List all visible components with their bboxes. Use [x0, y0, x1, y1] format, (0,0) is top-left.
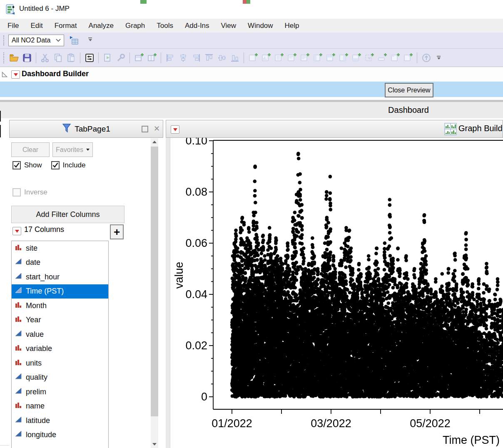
favorites-label: Favorites	[56, 146, 83, 154]
align-center-icon[interactable]	[177, 52, 189, 63]
column-item-month[interactable]: Month	[12, 299, 108, 313]
clear-button[interactable]: Clear	[11, 142, 50, 157]
filter-panel-header[interactable]: TabPage1	[9, 120, 163, 138]
toolbar-overflow-button[interactable]	[88, 37, 92, 41]
checkbox-include[interactable]	[51, 161, 60, 169]
menu-item-graph[interactable]: Graph	[120, 19, 151, 32]
nominal-column-icon	[15, 358, 22, 368]
column-label: units	[26, 359, 42, 368]
new-layout-icon[interactable]	[146, 52, 157, 63]
add-tab-page-icon[interactable]	[389, 52, 401, 63]
screen-edge-artifact	[247, 0, 250, 4]
data-table-combobox[interactable]: All NO2 Data	[8, 35, 64, 46]
menu-item-file[interactable]: File	[2, 19, 25, 32]
menu-item-analyze[interactable]: Analyze	[83, 19, 120, 32]
column-item-site[interactable]: site	[12, 241, 108, 256]
add-report-icon[interactable]	[286, 52, 297, 63]
column-item-longitude[interactable]: longitude	[12, 428, 108, 443]
checkbox-label: Show	[24, 161, 42, 169]
graph-builder-menu-button[interactable]	[171, 125, 179, 134]
toolbar-grip[interactable]	[3, 35, 6, 45]
save-icon[interactable]	[21, 52, 32, 63]
filter-panel-scrollbar[interactable]	[151, 138, 158, 448]
graph-panel-header[interactable]: Graph Builder	[166, 120, 503, 138]
scrollbar-thumb[interactable]	[151, 147, 158, 416]
checkbox-label: Inverse	[24, 188, 47, 197]
column-item-start-hour[interactable]: start_hour	[12, 270, 108, 284]
add-page-icon[interactable]	[402, 52, 413, 63]
columns-listbox[interactable]: sitedatestart_hourTime (PST)MonthYearval…	[11, 241, 109, 448]
outline-collapse-icon[interactable]	[1, 71, 8, 80]
add-box-icon[interactable]	[247, 52, 259, 63]
graph-builder-panel: Graph Builder	[166, 120, 503, 448]
menu-item-format[interactable]: Format	[49, 19, 83, 32]
column-item-date[interactable]: date	[12, 256, 108, 270]
add-graph-icon[interactable]	[260, 52, 271, 63]
scatter-plot-canvas[interactable]	[170, 138, 503, 448]
add-tree-icon[interactable]	[273, 52, 284, 63]
add-column-button[interactable]: +	[110, 224, 124, 239]
checkbox-inverse[interactable]	[12, 188, 21, 197]
checkbox-show[interactable]	[12, 161, 21, 169]
dashboard-title: Dashboard	[388, 105, 429, 115]
add-spacer-icon[interactable]	[376, 52, 388, 63]
dashboard-builder-menu-button[interactable]	[11, 70, 20, 79]
column-item-variable[interactable]: variable	[12, 342, 108, 356]
title-bar: Untitled 6 - JMP	[0, 0, 503, 19]
column-item-units[interactable]: units	[12, 356, 108, 371]
outline-tree-line	[0, 125, 1, 137]
toolbar-overflow-button[interactable]	[437, 56, 441, 60]
close-preview-button[interactable]: Close Preview	[385, 83, 433, 97]
scroll-down-icon[interactable]	[151, 441, 158, 448]
dashboard-title-bar: Dashboard	[0, 100, 503, 118]
run-script-icon[interactable]	[102, 52, 113, 63]
menu-item-addins[interactable]: Add-Ins	[179, 19, 215, 32]
menu-item-edit[interactable]: Edit	[25, 19, 48, 32]
column-label: Month	[26, 301, 47, 310]
column-item-time-pst-[interactable]: Time (PST)	[12, 284, 108, 299]
column-item-prelim[interactable]: prelim	[12, 385, 108, 399]
column-item-year[interactable]: Year	[12, 313, 108, 328]
tools-icon[interactable]	[115, 52, 126, 63]
screen-edge-artifact	[243, 0, 247, 4]
add-column-right-icon[interactable]	[338, 52, 349, 63]
column-item-name[interactable]: name	[12, 399, 108, 414]
align-top-icon[interactable]	[203, 52, 214, 63]
menu-item-window[interactable]: Window	[242, 19, 279, 32]
close-icon[interactable]: ✕	[154, 123, 160, 134]
maximize-icon[interactable]	[142, 126, 148, 132]
preferences-icon[interactable]	[84, 52, 95, 63]
scroll-up-icon[interactable]	[151, 138, 158, 146]
add-row-bottom-icon[interactable]	[351, 52, 362, 63]
paste-icon[interactable]	[65, 52, 77, 63]
toolbar-separator	[417, 52, 417, 63]
menu-item-help[interactable]: Help	[279, 19, 305, 32]
open-file-icon[interactable]	[8, 52, 20, 63]
publish-icon[interactable]	[421, 52, 432, 63]
nominal-column-icon	[15, 301, 22, 311]
column-item-value[interactable]: value	[12, 327, 108, 342]
copy-icon[interactable]	[52, 52, 64, 63]
menu-item-view[interactable]: View	[215, 19, 242, 32]
add-selection-icon[interactable]	[364, 52, 375, 63]
column-label: latitude	[26, 416, 50, 425]
add-text-icon[interactable]	[299, 52, 310, 63]
favorites-button[interactable]: Favorites	[52, 142, 93, 157]
align-middle-icon[interactable]	[216, 52, 227, 63]
cut-icon[interactable]	[40, 52, 51, 63]
align-left-icon[interactable]	[164, 52, 176, 63]
column-label: name	[26, 402, 45, 411]
menu-item-tools[interactable]: Tools	[151, 19, 179, 32]
add-filter-columns-button[interactable]: Add Filter Columns	[11, 206, 125, 223]
menu-bar: FileEditFormatAnalyzeGraphToolsAdd-InsVi…	[0, 19, 503, 32]
align-right-icon[interactable]	[190, 52, 202, 63]
toolbar-grip[interactable]	[3, 52, 6, 63]
new-journal-icon[interactable]	[133, 52, 144, 63]
add-column-left-icon[interactable]	[312, 52, 323, 63]
column-item-quality[interactable]: quality	[12, 371, 108, 385]
column-item-latitude[interactable]: latitude	[12, 413, 108, 428]
columns-menu-button[interactable]	[12, 227, 21, 235]
data-table-switch-icon[interactable]	[69, 35, 80, 47]
add-row-top-icon[interactable]	[325, 52, 336, 63]
align-bottom-icon[interactable]	[229, 52, 240, 63]
